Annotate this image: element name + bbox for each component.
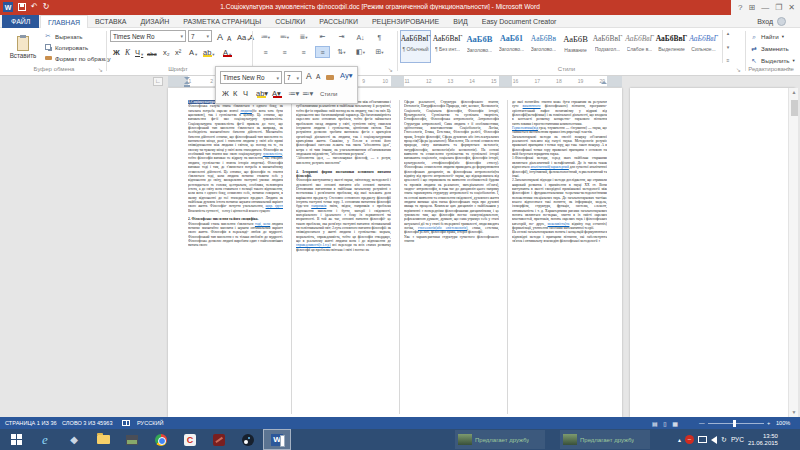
- first-line-indent-marker[interactable]: [184, 77, 190, 80]
- paragraph-dialog-launcher-icon[interactable]: ↘: [388, 66, 393, 73]
- taskbar-button-explorer[interactable]: [89, 429, 117, 450]
- font-btn-0[interactable]: А: [216, 30, 224, 42]
- redo-icon[interactable]: ↻: [43, 2, 50, 12]
- tab-вставка[interactable]: ВСТАВКА: [88, 15, 133, 28]
- vertical-scrollbar[interactable]: ▲ ▼: [788, 88, 798, 417]
- font-btn2-7[interactable]: ab▾: [202, 45, 216, 57]
- tab-главная[interactable]: ГЛАВНАЯ: [40, 15, 88, 28]
- replace-button[interactable]: ⇄Заменить: [750, 43, 789, 54]
- mini-styles-label[interactable]: Стили: [320, 91, 337, 97]
- font-btn2-0[interactable]: Ж: [112, 45, 121, 57]
- page-count-status[interactable]: СТРАНИЦА 1 ИЗ 36: [5, 420, 57, 426]
- zoom-level[interactable]: 100%: [776, 420, 790, 426]
- shrink-font-button[interactable]: А: [316, 73, 320, 80]
- help-button[interactable]: ?: [738, 3, 742, 12]
- mini-font-color-button[interactable]: А▾: [272, 89, 281, 98]
- taskbar-button-red-c[interactable]: C: [176, 429, 204, 450]
- font-family-combobox[interactable]: Times New Ro▾: [110, 30, 186, 42]
- format-painter-button[interactable]: [326, 75, 334, 80]
- zoom-in-button[interactable]: +: [767, 420, 770, 426]
- text-column-3[interactable]: Сфери реальності, Структура філософськог…: [404, 100, 499, 416]
- mini-font-size-combobox[interactable]: 7▾: [284, 71, 302, 84]
- paste-button[interactable]: Вставить: [6, 30, 40, 64]
- language-indicator[interactable]: РУС: [731, 436, 744, 443]
- find-button[interactable]: ⌕Найти▾: [750, 31, 784, 42]
- close-button[interactable]: ✕: [788, 3, 795, 12]
- word-logo-icon[interactable]: W: [3, 2, 13, 12]
- left-indent-marker[interactable]: [184, 85, 190, 88]
- taskbar-button-steam[interactable]: [234, 429, 262, 450]
- right-indent-marker[interactable]: [601, 81, 607, 84]
- style-card-6[interactable]: АаБбВвГПодзагол...: [592, 30, 623, 63]
- paragraph-btn-1-0[interactable]: ≔▾: [258, 31, 273, 43]
- font-btn2-6[interactable]: А▾: [188, 45, 198, 57]
- hidden-icons-chevron[interactable]: ▴: [678, 436, 681, 443]
- tab-easy-document-creator[interactable]: Easy Document Creator: [475, 15, 564, 28]
- mini-highlight-button[interactable]: ab▾: [256, 89, 268, 98]
- font-btn2-2[interactable]: Ч▾: [134, 45, 144, 57]
- scroll-down-icon[interactable]: ▼: [789, 409, 799, 415]
- text-column-1[interactable]: 1.Соціокультурна зумовленість філософії.…: [188, 100, 283, 416]
- clipboard-dialog-launcher-icon[interactable]: ↘: [98, 66, 103, 73]
- styles-scroll-down-icon[interactable]: ▾: [727, 44, 730, 50]
- paragraph-btn-1-4[interactable]: ⇥: [334, 31, 349, 43]
- zoom-slider[interactable]: [708, 423, 764, 424]
- clipboard-item-1[interactable]: Копировать: [44, 42, 88, 52]
- paragraph-btn-2-0[interactable]: ≡: [258, 46, 273, 58]
- text-column-2[interactable]: висліфікації. Предметом фл-ії є відношен…: [296, 100, 391, 416]
- mini-font-family-combobox[interactable]: Times New Ro▾: [220, 71, 282, 84]
- mini-bullets-button[interactable]: ≔▾: [288, 89, 299, 98]
- restore-button[interactable]: ❐: [775, 3, 782, 12]
- paragraph-btn-2-3[interactable]: ≡: [315, 46, 330, 58]
- tab-дизайн[interactable]: ДИЗАЙН: [134, 15, 177, 28]
- taskbar-window-button[interactable]: Предлагает дружбу: [455, 430, 545, 449]
- antivirus-tray-icon[interactable]: –: [685, 435, 694, 444]
- style-card-4[interactable]: АаБбВвЗаголово...: [528, 30, 559, 63]
- zoom-out-button[interactable]: —: [699, 420, 705, 426]
- text-column-4[interactable]: до якої понятійне знання може бути страш…: [512, 100, 607, 416]
- volume-tray-icon[interactable]: [711, 436, 717, 444]
- font-btn2-3[interactable]: abc: [146, 45, 158, 57]
- paragraph-btn-1-3[interactable]: ⇤: [315, 31, 330, 43]
- document-page-1[interactable]: 1.Соціокультурна зумовленість філософії.…: [168, 88, 622, 417]
- language-status[interactable]: РУССКИЙ: [137, 420, 164, 426]
- style-card-9[interactable]: АаБбВвГСильное...: [688, 30, 719, 63]
- font-btn2-1[interactable]: К: [124, 45, 131, 57]
- ribbon-options-icon[interactable]: ⊞: [748, 3, 755, 12]
- taskbar-window-button[interactable]: Предлагает дружбу: [560, 430, 650, 449]
- view-mode-buttons[interactable]: ▤ ▯ ▦: [652, 420, 680, 427]
- style-card-0[interactable]: АаБбВвГ¶ Обычный: [400, 30, 431, 63]
- font-btn2-4[interactable]: x₂: [162, 45, 171, 57]
- collapse-ribbon-icon[interactable]: ⌃: [786, 66, 791, 73]
- paragraph-btn-1-5[interactable]: А↓: [353, 31, 368, 43]
- minimize-button[interactable]: —: [761, 3, 769, 12]
- tab-file[interactable]: ФАЙЛ: [2, 15, 39, 28]
- paragraph-btn-1-2[interactable]: ≣▾: [296, 31, 311, 43]
- style-card-3[interactable]: АаБб1Заголово...: [496, 30, 527, 63]
- clipboard-item-0[interactable]: ✂Вырезать: [44, 31, 83, 41]
- font-btn2-5[interactable]: x²: [174, 45, 182, 57]
- mini-numbering-button[interactable]: ≕▾: [302, 89, 313, 98]
- style-card-5[interactable]: АаБбВНазвание: [560, 30, 591, 63]
- tab-рассылки[interactable]: РАССЫЛКИ: [312, 15, 365, 28]
- sync-tray-icon[interactable]: ↻: [721, 436, 727, 444]
- proofing-status-icon[interactable]: [122, 420, 130, 427]
- save-icon[interactable]: [18, 3, 26, 11]
- clock[interactable]: 13:50 21.06.2015: [748, 433, 778, 447]
- taskbar-button-image-viewer[interactable]: [118, 429, 146, 450]
- clipboard-item-2[interactable]: Формат по образцу: [44, 53, 110, 63]
- tab-вид[interactable]: ВИД: [446, 15, 474, 28]
- display-tray-icon[interactable]: [698, 436, 707, 443]
- paragraph-btn-2-1[interactable]: ≡: [277, 46, 292, 58]
- styles-more-icon[interactable]: ≡: [727, 57, 730, 63]
- taskbar-button-diamond[interactable]: ◆: [60, 429, 88, 450]
- taskbar-button-start[interactable]: [2, 429, 30, 450]
- style-card-8[interactable]: АаБбВвГВыделение: [656, 30, 687, 63]
- document-page-2[interactable]: [630, 88, 795, 417]
- font-btn-1[interactable]: А: [226, 30, 232, 42]
- paragraph-btn-2-2[interactable]: ≡: [296, 46, 311, 58]
- styles-scroll-up-icon[interactable]: ▴: [727, 30, 730, 36]
- word-count-status[interactable]: СЛОВО 3 ИЗ 45963: [62, 420, 113, 426]
- tab-рецензирование[interactable]: РЕЦЕНЗИРОВАНИЕ: [365, 15, 446, 28]
- mini-italic-button[interactable]: К: [233, 89, 237, 98]
